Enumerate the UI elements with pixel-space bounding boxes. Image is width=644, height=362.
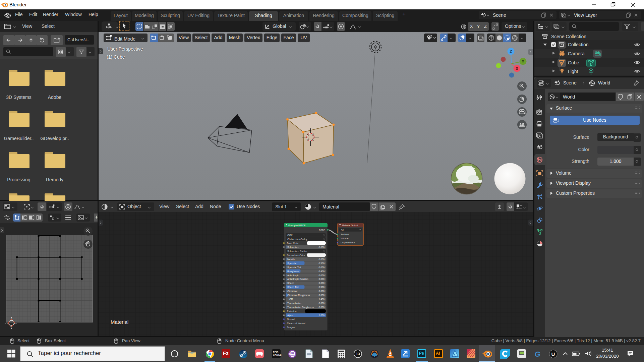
svg-text:Subsurface: Subsurface [287, 246, 299, 248]
svg-text:0.000: 0.000 [318, 258, 325, 260]
svg-text:Base Color: Base Color [287, 242, 299, 244]
svg-text:Metallic: Metallic [287, 258, 295, 260]
svg-text:0.030: 0.030 [318, 294, 325, 296]
svg-text:Alpha: Alpha [287, 314, 293, 317]
svg-text:Sheen Tint: Sheen Tint [287, 286, 299, 288]
svg-text:0.000: 0.000 [318, 282, 325, 284]
svg-text:0.000: 0.000 [318, 290, 325, 292]
svg-text:Clearcoat Normal: Clearcoat Normal [287, 322, 305, 324]
svg-text:All: All [341, 229, 344, 231]
svg-text:Anisotropic Rotation: Anisotropic Rotation [287, 278, 308, 281]
svg-text:com: com [290, 354, 295, 356]
svg-text:Transmission: Transmission [287, 302, 301, 304]
svg-text:GGX: GGX [287, 234, 293, 236]
svg-text:Anisotropic: Anisotropic [287, 274, 299, 277]
svg-text:Roughness: Roughness [287, 270, 299, 273]
svg-text:Transmission Roughness: Transmission Roughness [287, 306, 314, 309]
svg-text:0.500: 0.500 [318, 262, 325, 264]
svg-text:X: X [516, 66, 518, 71]
svg-text:0.000: 0.000 [318, 278, 325, 280]
svg-text:0.400: 0.400 [318, 270, 325, 273]
svg-text:Surface: Surface [341, 233, 349, 236]
svg-text:Volume: Volume [341, 237, 348, 240]
svg-text:Normal: Normal [287, 318, 295, 320]
svg-text:Displacement: Displacement [341, 241, 355, 244]
svg-text:Material Output: Material Output [342, 224, 358, 227]
svg-text:Specular: Specular [287, 262, 297, 265]
svg-text:0.000: 0.000 [318, 306, 325, 308]
svg-text:0.000: 0.000 [318, 302, 325, 304]
svg-text:1.450: 1.450 [318, 298, 325, 300]
svg-text:IOR: IOR [289, 298, 293, 300]
svg-text:1.000: 1.000 [318, 314, 325, 316]
svg-text:Principled BSDF: Principled BSDF [288, 224, 305, 227]
svg-text:Specular Tint: Specular Tint [287, 266, 301, 269]
svg-text:0.000: 0.000 [318, 246, 325, 248]
svg-text:G: G [534, 350, 540, 358]
svg-text:Tangent: Tangent [287, 326, 295, 329]
svg-text:Christensen-Burley: Christensen-Burley [287, 238, 307, 241]
svg-text:13: 13 [356, 352, 360, 356]
svg-text:Y: Y [522, 59, 524, 64]
svg-text:BSDF: BSDF [319, 229, 325, 231]
svg-text:0.000: 0.000 [318, 274, 325, 277]
svg-text:Sheen: Sheen [287, 282, 294, 284]
svg-text:0.500: 0.500 [318, 286, 325, 288]
svg-text:0.000: 0.000 [318, 266, 325, 268]
svg-text:U: U [551, 351, 555, 357]
svg-text:Subsurface Color: Subsurface Color [287, 254, 305, 256]
svg-text:Emission: Emission [287, 310, 297, 312]
svg-text:Clearcoat: Clearcoat [287, 290, 297, 292]
svg-text:Subsurface Radius: Subsurface Radius [287, 250, 307, 252]
svg-text:Z: Z [510, 49, 512, 54]
svg-text:Clearcoat Roughness: Clearcoat Roughness [287, 294, 310, 297]
